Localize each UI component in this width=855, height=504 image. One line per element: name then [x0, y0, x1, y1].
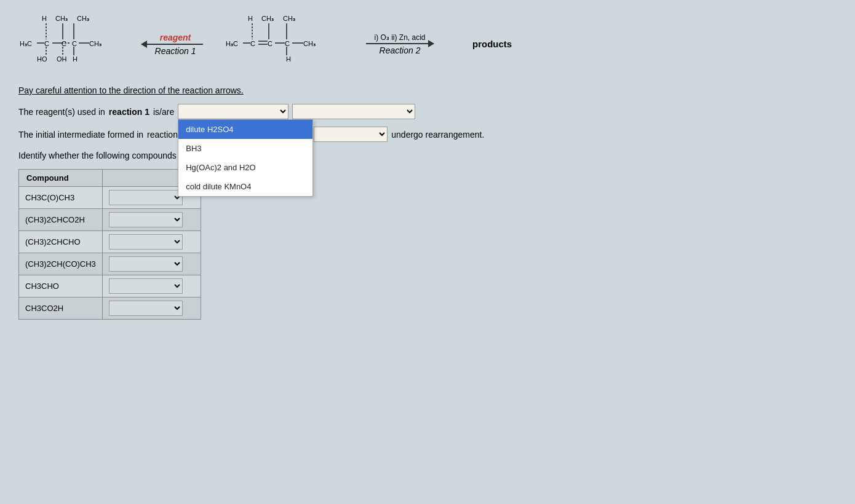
table-body: CH3C(O)CH3YesNo(CH3)2CHCO2HYesNo(CH3)2CH… [19, 187, 201, 320]
question-1-row: The reagent(s) used in reaction 1 is/are… [18, 104, 837, 119]
q2-dropdown2[interactable]: does does not [314, 127, 388, 142]
q1-dropdown1-open[interactable]: dilute H2SO4 BH3 Hg(OAc)2 and H2O cold d… [178, 119, 313, 197]
compound-cell: CH3CO2H [19, 297, 103, 320]
answer-cell[interactable]: YesNo [102, 231, 201, 253]
table-row: (CH3)2CHCHOYesNo [19, 231, 201, 253]
q2-text-part1: The initial intermediate formed in [18, 130, 143, 140]
arrow-left [141, 44, 203, 45]
dropdown-item-cold-kmno4[interactable]: cold dilute KMnO4 [178, 177, 312, 196]
structure-2-svg: H CH₃ CH₃ H₃C CH₃ C C C [225, 12, 332, 74]
reaction-diagram: H CH₃ CH₃ H₃C CH₃ C C C HO [18, 12, 837, 76]
svg-text:CH₃: CH₃ [55, 15, 68, 22]
compound-cell: CH3CHO [19, 275, 103, 297]
compound-cell: (CH3)2CH(CO)CH3 [19, 253, 103, 275]
main-page: H CH₃ CH₃ H₃C CH₃ C C C HO [0, 0, 855, 504]
q1-dropdown1[interactable]: dilute H2SO4 BH3 Hg(OAc)2 and H2O cold d… [178, 104, 288, 119]
svg-text:H₃C: H₃C [20, 40, 32, 47]
dropdown-item-bh3[interactable]: BH3 [178, 139, 312, 158]
row-2-select[interactable]: YesNo [109, 234, 183, 250]
structure-1-svg: H CH₃ CH₃ H₃C CH₃ C C C HO [18, 12, 126, 74]
row-0-select[interactable]: YesNo [109, 190, 183, 205]
q1-text-before: The reagent(s) used in [18, 107, 105, 117]
answer-cell[interactable]: YesNo [102, 209, 201, 231]
svg-text:H₃C: H₃C [226, 40, 238, 47]
svg-text:H: H [286, 55, 291, 63]
compound-cell: CH3C(O)CH3 [19, 187, 103, 209]
q1-dropdown1-container[interactable]: dilute H2SO4 BH3 Hg(OAc)2 and H2O cold d… [178, 104, 288, 119]
q1-text-after: is/are [153, 107, 174, 117]
compounds-table: Compound CH3C(O)CH3YesNo(CH3)2CHCO2HYesN… [18, 169, 201, 320]
col-compound: Compound [19, 170, 103, 187]
arrow-1-container [141, 44, 209, 45]
reaction-2-arrow: i) O₃ ii) Zn, acid Reaction 2 [344, 33, 455, 55]
reagent-label: reagent [160, 33, 191, 42]
svg-text:C: C [268, 40, 272, 47]
q1-bold-text: reaction 1 [109, 107, 149, 117]
table-header-row: Compound [19, 170, 201, 187]
svg-text:CH₃: CH₃ [77, 15, 89, 22]
dropdown-item-hg-oac[interactable]: Hg(OAc)2 and H2O [178, 158, 312, 177]
question-2-row: The initial intermediate formed in react… [18, 127, 837, 142]
svg-text:C: C [62, 40, 66, 47]
table-row: (CH3)2CHCO2HYesNo [19, 209, 201, 231]
svg-text:CH₃: CH₃ [283, 15, 295, 22]
arrow-right [366, 43, 434, 44]
question-3-row: Identify whether the following compounds… [18, 151, 837, 160]
row-5-select[interactable]: YesNo [109, 301, 183, 316]
svg-text:OH: OH [57, 55, 67, 63]
products-label: products [472, 39, 512, 49]
structure-1: H CH₃ CH₃ H₃C CH₃ C C C HO [18, 12, 126, 76]
svg-text:C: C [250, 40, 255, 47]
answer-cell[interactable]: YesNo [102, 275, 201, 297]
svg-text:H: H [73, 55, 78, 63]
table-row: CH3CO2HYesNo [19, 297, 201, 320]
structure-2: H CH₃ CH₃ H₃C CH₃ C C C [225, 12, 332, 76]
reaction-1-arrow: reagent Reaction 1 [138, 33, 212, 56]
reaction-1-label: Reaction 1 [155, 46, 196, 56]
svg-text:C: C [72, 40, 77, 47]
answer-cell[interactable]: YesNo [102, 253, 201, 275]
instruction-text: Pay careful attention to the direction o… [18, 85, 837, 95]
table-row: (CH3)2CH(CO)CH3YesNo [19, 253, 201, 275]
table-row: CH3C(O)CH3YesNo [19, 187, 201, 209]
svg-text:C: C [285, 40, 290, 47]
svg-text:H: H [248, 15, 253, 22]
row-1-select[interactable]: YesNo [109, 212, 183, 227]
compound-cell: (CH3)2CHCO2H [19, 209, 103, 231]
row-3-select[interactable]: YesNo [109, 256, 183, 272]
reaction-2-label: Reaction 2 [380, 45, 421, 55]
svg-text:H: H [42, 15, 47, 22]
q2-bold-text: reaction [147, 130, 178, 140]
reaction-2-conditions: i) O₃ ii) Zn, acid [374, 33, 425, 42]
svg-text:CH₃: CH₃ [89, 40, 101, 47]
row-4-select[interactable]: YesNo [109, 278, 183, 294]
svg-text:HO: HO [37, 55, 47, 63]
table-row: CH3CHOYesNo [19, 275, 201, 297]
q2-text-end: undergo rearrangement. [391, 130, 484, 140]
svg-text:C: C [44, 40, 49, 47]
arrow-2-container [366, 43, 434, 44]
svg-text:CH₃: CH₃ [261, 15, 274, 22]
dropdown-item-dilute-h2so4[interactable]: dilute H2SO4 [178, 120, 312, 139]
svg-text:CH₃: CH₃ [303, 40, 316, 47]
answer-cell[interactable]: YesNo [102, 297, 201, 320]
q1-dropdown2[interactable]: Option A Option B [292, 104, 415, 119]
compound-cell: (CH3)2CHCHO [19, 231, 103, 253]
